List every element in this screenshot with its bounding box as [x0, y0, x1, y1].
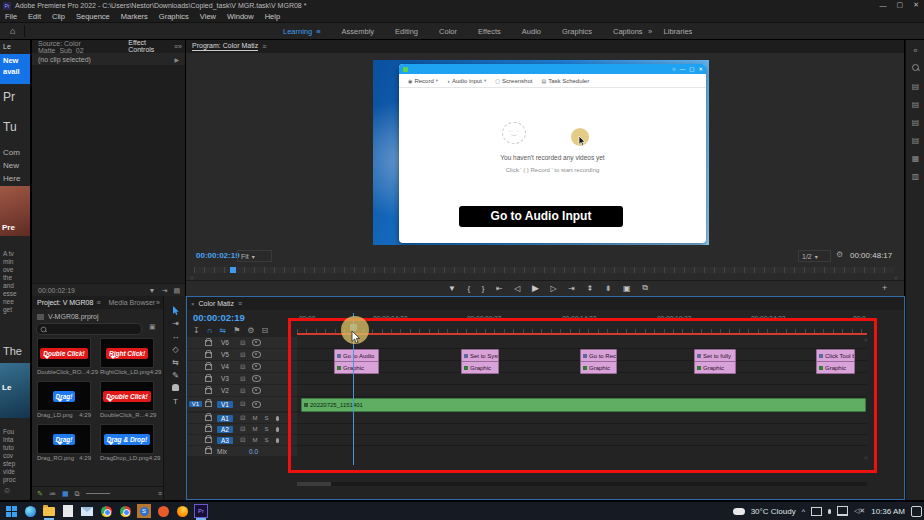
- track-solo-button[interactable]: S: [264, 426, 268, 432]
- track-lock-icon[interactable]: [205, 426, 212, 432]
- tab-project[interactable]: Project: V MGR08: [37, 299, 93, 306]
- voiceover-record-icon[interactable]: [276, 427, 279, 432]
- audio-input-button[interactable]: ◖Audio input▾: [447, 78, 486, 84]
- premiere-taskbar-icon[interactable]: Pr: [194, 504, 208, 518]
- track-solo-button[interactable]: S: [264, 415, 268, 421]
- project-item[interactable]: Drag!Drag_LD.png4:29: [37, 381, 91, 418]
- track-name-a1[interactable]: A1: [217, 415, 233, 422]
- track-lock-icon[interactable]: [205, 401, 212, 407]
- search-icon[interactable]: [906, 64, 924, 73]
- audio-track-header-a2[interactable]: A2⊟MS: [187, 424, 297, 434]
- sync-lock-icon[interactable]: ⊟: [240, 400, 245, 408]
- menu-markers[interactable]: Markers: [121, 12, 148, 21]
- close-button[interactable]: ✕: [913, 1, 919, 9]
- snap-icon[interactable]: ∩: [207, 326, 213, 335]
- menu-view[interactable]: View: [200, 12, 216, 21]
- timeline-timecode[interactable]: 00:00:02:19: [193, 312, 245, 323]
- icon-view-icon[interactable]: ▦: [62, 490, 69, 498]
- video-track-header-v1[interactable]: V1V1⊟: [187, 397, 297, 411]
- record-button[interactable]: ◉Record▾: [408, 78, 438, 84]
- brave-icon[interactable]: [156, 504, 170, 518]
- weather-text[interactable]: 30°C Cloudy: [751, 507, 796, 516]
- panel-list-icon-2[interactable]: ▤: [906, 100, 924, 109]
- panel-list-icon-3[interactable]: ▤: [906, 118, 924, 127]
- menu-graphics[interactable]: Graphics: [159, 12, 189, 21]
- step-back-button[interactable]: ◁: [514, 284, 520, 293]
- go-to-in-button[interactable]: ⇤: [496, 284, 503, 293]
- add-marker-button[interactable]: ▼: [448, 284, 456, 293]
- add-marker-icon[interactable]: ⚑: [233, 326, 240, 335]
- panel-menu-icon[interactable]: ≡: [262, 43, 266, 50]
- sync-lock-icon[interactable]: ⊟: [240, 387, 245, 395]
- video-track-header-v5[interactable]: V5⊟: [187, 349, 297, 360]
- menu-edit[interactable]: Edit: [28, 12, 41, 21]
- project-item[interactable]: Drag!Drag_RO.png4:29: [37, 424, 91, 461]
- video-track-header-v3[interactable]: V3⊟: [187, 373, 297, 384]
- task-scheduler-button[interactable]: ▤Task Scheduler: [541, 78, 589, 84]
- screenshot-button[interactable]: ▢Screenshot: [495, 78, 532, 84]
- sync-lock-icon[interactable]: ⊟: [240, 363, 245, 371]
- video-track-header-v4[interactable]: V4⊟: [187, 361, 297, 372]
- file-explorer-icon[interactable]: [42, 504, 56, 518]
- track-lock-icon[interactable]: [205, 340, 212, 346]
- expand-dock-icon[interactable]: «: [906, 46, 924, 55]
- mark-in-button[interactable]: {: [468, 284, 471, 293]
- learn-thumbnail-2[interactable]: Le: [0, 363, 30, 418]
- tab-program-monitor[interactable]: Program: Color Matiz: [192, 42, 258, 51]
- workspace-overflow-icon[interactable]: »: [648, 27, 652, 36]
- export-frame-button[interactable]: ▣: [623, 284, 631, 293]
- display-tray-icon[interactable]: [811, 507, 822, 516]
- project-item[interactable]: Drag & Drop!DragDrop_LD.png4:29: [100, 424, 154, 461]
- project-search-input[interactable]: [36, 323, 142, 335]
- tab-source-monitor[interactable]: Source: Color Matte_Sub_02: [38, 40, 120, 54]
- chrome-icon[interactable]: [99, 504, 113, 518]
- track-select-forward-tool[interactable]: ⇥: [164, 319, 187, 328]
- timeline-hscroll-track[interactable]: [297, 482, 867, 486]
- track-lock-icon[interactable]: [205, 376, 212, 382]
- edit-pencil-icon[interactable]: ✎: [37, 490, 43, 498]
- type-tool[interactable]: T: [164, 397, 187, 406]
- playback-resolution-select[interactable]: 1/2▾: [798, 250, 831, 262]
- project-home-icon[interactable]: [37, 314, 44, 320]
- selection-tool[interactable]: [164, 306, 187, 318]
- project-item[interactable]: Double Click!DoubleClick_R...4:29: [100, 381, 154, 418]
- list-view-icon[interactable]: ≔: [49, 490, 56, 498]
- track-name-a3[interactable]: A3: [217, 437, 233, 444]
- project-filter-icon[interactable]: ▣: [149, 323, 156, 331]
- track-lock-icon[interactable]: [205, 388, 212, 394]
- mark-out-button[interactable]: }: [482, 284, 485, 293]
- track-lock-icon[interactable]: [205, 352, 212, 358]
- tab-overflow-icon[interactable]: »: [156, 299, 160, 306]
- track-mute-button[interactable]: M: [252, 426, 257, 432]
- settings-wrench-icon[interactable]: ⚙: [836, 250, 843, 259]
- track-name-v5[interactable]: V5: [217, 351, 233, 358]
- video-track-header-v2[interactable]: V2⊟: [187, 385, 297, 396]
- workspace-menu-icon[interactable]: ≡: [316, 27, 320, 36]
- toggle-track-output-icon[interactable]: [252, 401, 261, 408]
- project-item[interactable]: Double Click!DoubleClick_RO...4:29: [37, 338, 91, 375]
- workspace-tab-graphics[interactable]: Graphics: [562, 27, 592, 36]
- mix-track-header[interactable]: Mix0.0: [187, 446, 297, 456]
- menu-file[interactable]: File: [5, 12, 17, 21]
- notification-center-icon[interactable]: [911, 506, 922, 517]
- play-in-out-icon[interactable]: ⇥: [162, 287, 168, 295]
- workspace-tab-effects[interactable]: Effects: [478, 27, 501, 36]
- mic-tray-icon[interactable]: [828, 509, 831, 514]
- comparison-view-button[interactable]: ⧉: [642, 283, 648, 293]
- track-mute-button[interactable]: M: [252, 415, 257, 421]
- zoom-slider[interactable]: [86, 493, 110, 494]
- volume-muted-icon[interactable]: ◁✕: [854, 507, 865, 515]
- filter-icon[interactable]: ▼: [149, 287, 156, 294]
- maximize-button[interactable]: ▢: [897, 1, 904, 9]
- user-icon[interactable]: ○: [672, 66, 675, 72]
- workspace-tab-color[interactable]: Color: [439, 27, 457, 36]
- tab-media-browser[interactable]: Media Browser: [109, 299, 156, 306]
- notepad-icon[interactable]: [61, 504, 75, 518]
- sync-lock-icon[interactable]: ⊟: [240, 375, 245, 383]
- project-breadcrumb[interactable]: V-MGR08.prproj: [48, 313, 99, 320]
- close-panel-icon[interactable]: ×: [191, 301, 195, 307]
- sync-lock-icon[interactable]: ⊟: [240, 339, 245, 347]
- source-patch-v1[interactable]: V1: [189, 401, 202, 407]
- network-tray-icon[interactable]: [837, 506, 848, 516]
- mail-icon[interactable]: [80, 504, 94, 518]
